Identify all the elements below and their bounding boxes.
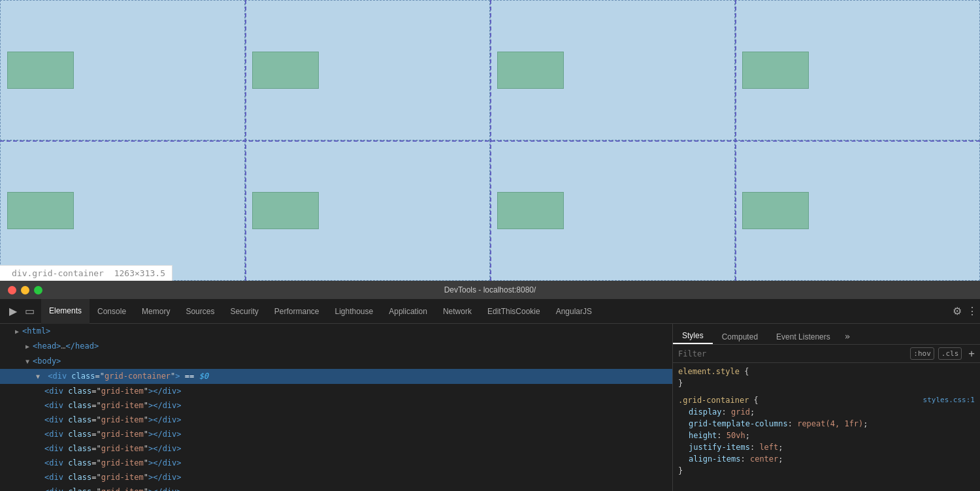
dom-item-3[interactable]: <div class="grid-item"></div> — [0, 413, 672, 427]
tab-angularjs[interactable]: AngularJS — [548, 299, 600, 324]
tab-performance[interactable]: Performance — [267, 299, 327, 324]
css-selector-element: element.style — [678, 367, 740, 376]
styles-tabs: Styles Computed Event Listeners » — [673, 324, 980, 345]
dom-body[interactable]: ▼<body> — [0, 354, 672, 369]
filter-buttons: :hov .cls + — [910, 347, 975, 360]
styles-more-icon[interactable]: » — [840, 328, 855, 344]
dom-item-6[interactable]: <div class="grid-item"></div> — [0, 456, 672, 470]
dom-item-8[interactable]: <div class="grid-item"></div> — [0, 484, 672, 491]
css-grid-container: .grid-container { styles.css:1 display: … — [673, 392, 980, 479]
element-class: div.grid-container — [12, 268, 104, 278]
dom-item-1[interactable]: <div class="grid-item"></div> — [0, 384, 672, 398]
titlebar-title: DevTools - localhost:8080/ — [444, 285, 536, 294]
tabs-bar: ▶ ▭ Elements Console Memory Sources Secu… — [0, 299, 980, 324]
tab-security[interactable]: Security — [222, 299, 266, 324]
hov-button[interactable]: :hov — [910, 347, 934, 360]
grid-cell-4 — [735, 0, 980, 140]
tab-memory[interactable]: Memory — [134, 299, 178, 324]
css-prop-justify: justify-items: left; — [678, 441, 975, 453]
tab-editthiscookie[interactable]: EditThisCookie — [480, 299, 548, 324]
dom-item-7[interactable]: <div class="grid-item"></div> — [0, 470, 672, 484]
dom-item-5[interactable]: <div class="grid-item"></div> — [0, 441, 672, 456]
tab-event-listeners[interactable]: Event Listeners — [767, 330, 840, 344]
filter-input[interactable] — [678, 349, 910, 358]
devtools-body: ▶<html> ▶<head>…</head> ▼<body> ▼ <div c… — [0, 324, 980, 491]
dom-item-2[interactable]: <div class="grid-item"></div> — [0, 398, 672, 413]
tab-computed[interactable]: Computed — [713, 330, 767, 344]
css-prop-display: display: grid; — [678, 406, 975, 418]
filter-bar: :hov .cls + — [673, 345, 980, 363]
row-divider-1 — [0, 140, 980, 142]
tab-styles[interactable]: Styles — [673, 328, 713, 344]
dom-html[interactable]: ▶<html> — [0, 324, 672, 339]
styles-panel: Styles Computed Event Listeners » :hov .… — [673, 324, 980, 491]
css-prop-grid-template: grid-template-columns: repeat(4, 1fr); — [678, 418, 975, 430]
css-selector-grid: .grid-container — [678, 396, 749, 405]
devtools-panel: DevTools - localhost:8080/ ▶ ▭ Elements … — [0, 281, 980, 491]
close-button[interactable] — [8, 286, 16, 294]
tab-console[interactable]: Console — [90, 299, 134, 324]
dom-head[interactable]: ▶<head>…</head> — [0, 339, 672, 354]
dom-grid-container[interactable]: ▼ <div class="grid-container"> == $0 — [0, 369, 672, 384]
tab-elements[interactable]: Elements — [41, 299, 90, 324]
more-tabs-icon[interactable]: ⋮ — [967, 305, 977, 317]
grid-cell-7 — [490, 140, 735, 281]
minimize-button[interactable] — [21, 286, 29, 294]
cls-button[interactable]: .cls — [938, 347, 962, 360]
device-icon[interactable]: ▭ — [22, 302, 37, 320]
element-dimensions: 1263×313.5 — [114, 268, 165, 278]
element-label: div.grid-container 1263×313.5 — [0, 265, 172, 281]
add-style-button[interactable]: + — [968, 347, 975, 360]
grid-cell-6 — [245, 140, 490, 281]
dom-panel: ▶<html> ▶<head>…</head> ▼<body> ▼ <div c… — [0, 324, 673, 491]
grid-preview — [0, 0, 980, 281]
inspect-icon[interactable]: ▶ — [7, 302, 20, 320]
css-prop-height: height: 50vh; — [678, 430, 975, 441]
css-source[interactable]: styles.css:1 — [923, 394, 975, 406]
css-prop-align: align-items: center; — [678, 453, 975, 465]
titlebar: DevTools - localhost:8080/ — [0, 281, 980, 299]
traffic-lights — [8, 286, 42, 294]
grid-cell-8 — [735, 140, 980, 281]
grid-cell-3 — [490, 0, 735, 140]
tab-lighthouse[interactable]: Lighthouse — [327, 299, 382, 324]
tab-icons: ▶ ▭ — [3, 302, 41, 320]
grid-cell-1 — [0, 0, 245, 140]
tab-application[interactable]: Application — [381, 299, 435, 324]
tab-network[interactable]: Network — [435, 299, 480, 324]
dom-item-4[interactable]: <div class="grid-item"></div> — [0, 427, 672, 441]
grid-cell-2 — [245, 0, 490, 140]
tab-sources[interactable]: Sources — [178, 299, 222, 324]
grid-cell-5 — [0, 140, 245, 281]
preview-area: div.grid-container 1263×313.5 — [0, 0, 980, 281]
settings-icon[interactable]: ⚙ — [947, 305, 967, 317]
css-element-style: element.style { } — [673, 363, 980, 392]
maximize-button[interactable] — [34, 286, 42, 294]
